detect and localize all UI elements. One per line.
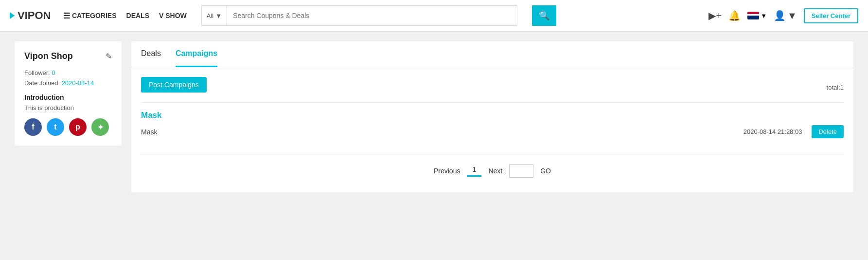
user-icon: 👤 — [774, 10, 786, 21]
post-campaigns-label: Post Campaigns — [149, 81, 199, 89]
campaign-name: Mask — [141, 128, 157, 136]
edit-icon[interactable]: ✎ — [106, 52, 112, 61]
current-page: 1 — [473, 166, 477, 173]
search-filter-label: All — [207, 12, 213, 19]
tab-campaigns[interactable]: Campaigns — [176, 41, 217, 67]
video-add-icon: ▶+ — [709, 10, 722, 21]
logo[interactable]: VIPON — [10, 9, 53, 22]
campaign-item: Mask Mask 2020-08-14 21:28:03 Delete — [141, 102, 844, 146]
search-button[interactable]: 🔍 — [532, 5, 556, 26]
next-button[interactable]: Next — [488, 167, 502, 175]
hamburger-icon: ☰ — [63, 11, 70, 20]
post-campaigns-button[interactable]: Post Campaigns — [141, 77, 207, 93]
date-joined-label: Date Joined: — [24, 79, 60, 87]
date-joined-stat: Date Joined: 2020-08-14 — [24, 79, 112, 87]
intro-title: Introduction — [24, 93, 112, 101]
user-menu[interactable]: 👤 ▼ — [774, 10, 797, 21]
page-number-group: 1 — [467, 166, 481, 177]
main-panel: Deals Campaigns Post Campaigns total:1 M… — [131, 41, 853, 192]
search-filter-dropdown[interactable]: All ▼ — [202, 6, 227, 25]
vshow-nav[interactable]: V SHOW — [159, 12, 187, 19]
categories-nav[interactable]: ☰ CATEGORIES — [63, 11, 117, 20]
delete-button[interactable]: Delete — [812, 125, 844, 138]
intro-text: This is production — [24, 104, 112, 111]
sidebar: Vipon Shop ✎ Follower: 0 Date Joined: 20… — [15, 41, 122, 146]
campaign-right: 2020-08-14 21:28:03 Delete — [744, 125, 844, 138]
campaign-body: Mask 2020-08-14 21:28:03 Delete — [141, 125, 844, 138]
chevron-down-icon: ▼ — [787, 10, 797, 21]
follower-count[interactable]: 0 — [52, 69, 55, 76]
previous-button[interactable]: Previous — [434, 167, 460, 175]
notifications-button[interactable]: 🔔 — [728, 10, 741, 21]
tab-campaigns-label: Campaigns — [176, 49, 217, 57]
shop-name: Vipon Shop — [24, 51, 73, 61]
logo-text: VIPON — [18, 9, 51, 22]
share-button[interactable]: ✦ — [91, 118, 109, 136]
navbar: VIPON ☰ CATEGORIES DEALS V SHOW All ▼ 🔍 … — [0, 0, 868, 32]
pinterest-share-button[interactable]: p — [69, 118, 87, 136]
tabs: Deals Campaigns — [131, 41, 853, 67]
pagination: Previous 1 Next GO — [141, 154, 844, 183]
campaign-date: 2020-08-14 21:28:03 — [744, 128, 802, 135]
go-button[interactable]: GO — [540, 167, 551, 175]
facebook-share-button[interactable]: f — [24, 118, 42, 136]
seller-center-label: Seller Center — [812, 12, 850, 19]
video-add-button[interactable]: ▶+ — [709, 10, 722, 21]
nav-right: ▶+ 🔔 ▼ 👤 ▼ Seller Center — [709, 8, 858, 23]
seller-center-button[interactable]: Seller Center — [804, 8, 858, 23]
language-selector[interactable]: ▼ — [747, 12, 767, 19]
search-input[interactable] — [227, 6, 517, 25]
vshow-nav-label: V SHOW — [159, 12, 187, 19]
search-area: All ▼ — [201, 5, 517, 26]
deals-nav[interactable]: DEALS — [126, 12, 149, 19]
bell-icon: 🔔 — [728, 10, 741, 21]
chevron-down-icon: ▼ — [215, 12, 222, 19]
twitter-share-button[interactable]: t — [47, 118, 64, 136]
campaign-title[interactable]: Mask — [141, 111, 844, 120]
search-icon: 🔍 — [539, 10, 549, 21]
follower-stat: Follower: 0 — [24, 69, 112, 76]
content-area: Vipon Shop ✎ Follower: 0 Date Joined: 20… — [0, 32, 868, 202]
campaigns-toolbar: Post Campaigns total:1 — [141, 77, 844, 102]
social-icons: f t p ✦ — [24, 118, 112, 136]
logo-triangle-icon — [10, 12, 15, 19]
date-joined-value[interactable]: 2020-08-14 — [62, 79, 94, 87]
flag-icon — [747, 12, 759, 19]
tab-deals[interactable]: Deals — [141, 41, 161, 67]
delete-label: Delete — [818, 128, 837, 135]
chevron-down-icon: ▼ — [761, 12, 767, 19]
tab-deals-label: Deals — [141, 49, 161, 57]
page-underline — [467, 175, 481, 177]
campaigns-content: Post Campaigns total:1 Mask Mask 2020-08… — [131, 67, 853, 192]
deals-nav-label: DEALS — [126, 12, 149, 19]
sidebar-header: Vipon Shop ✎ — [24, 51, 112, 61]
total-count: total:1 — [827, 84, 844, 91]
follower-label: Follower: — [24, 69, 50, 76]
page-jump-input[interactable] — [509, 164, 533, 178]
categories-label: CATEGORIES — [72, 12, 117, 19]
